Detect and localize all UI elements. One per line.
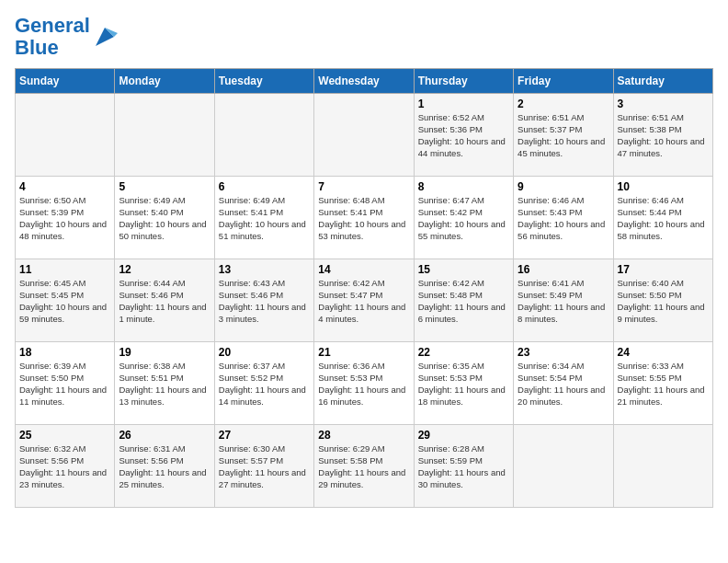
weekday-header: Thursday (414, 69, 513, 94)
day-info: Sunrise: 6:34 AM Sunset: 5:54 PM Dayligh… (518, 361, 609, 408)
day-number: 18 (19, 346, 110, 359)
day-number: 15 (418, 263, 509, 276)
day-info: Sunrise: 6:33 AM Sunset: 5:55 PM Dayligh… (618, 361, 709, 408)
logo-general: General (15, 14, 90, 37)
weekday-header: Sunday (16, 69, 115, 94)
day-info: Sunrise: 6:52 AM Sunset: 5:36 PM Dayligh… (418, 112, 509, 159)
day-number: 21 (318, 346, 409, 359)
calendar-cell (16, 94, 115, 177)
day-info: Sunrise: 6:29 AM Sunset: 5:58 PM Dayligh… (318, 443, 409, 490)
day-info: Sunrise: 6:48 AM Sunset: 5:41 PM Dayligh… (318, 195, 409, 242)
day-number: 1 (418, 98, 509, 110)
calendar-cell: 14Sunrise: 6:42 AM Sunset: 5:47 PM Dayli… (314, 259, 414, 342)
day-number: 20 (219, 346, 310, 359)
day-info: Sunrise: 6:32 AM Sunset: 5:56 PM Dayligh… (19, 443, 110, 490)
weekday-header-row: SundayMondayTuesdayWednesdayThursdayFrid… (16, 69, 713, 94)
day-number: 14 (318, 263, 409, 276)
weekday-header: Wednesday (314, 69, 414, 94)
logo-icon (92, 24, 118, 50)
day-info: Sunrise: 6:39 AM Sunset: 5:50 PM Dayligh… (19, 361, 110, 408)
day-number: 27 (219, 429, 310, 442)
day-number: 7 (318, 180, 409, 193)
day-info: Sunrise: 6:37 AM Sunset: 5:52 PM Dayligh… (219, 361, 310, 408)
day-number: 5 (119, 180, 210, 193)
calendar-week-row: 25Sunrise: 6:32 AM Sunset: 5:56 PM Dayli… (16, 425, 713, 508)
day-info: Sunrise: 6:51 AM Sunset: 5:37 PM Dayligh… (518, 112, 609, 159)
day-number: 29 (418, 429, 509, 442)
calendar-cell: 2Sunrise: 6:51 AM Sunset: 5:37 PM Daylig… (514, 94, 613, 177)
calendar-cell: 25Sunrise: 6:32 AM Sunset: 5:56 PM Dayli… (16, 425, 115, 508)
day-info: Sunrise: 6:42 AM Sunset: 5:47 PM Dayligh… (318, 278, 409, 325)
day-number: 23 (518, 346, 609, 359)
calendar-cell: 13Sunrise: 6:43 AM Sunset: 5:46 PM Dayli… (214, 259, 313, 342)
calendar-cell: 15Sunrise: 6:42 AM Sunset: 5:48 PM Dayli… (414, 259, 513, 342)
day-info: Sunrise: 6:43 AM Sunset: 5:46 PM Dayligh… (219, 278, 310, 325)
calendar-cell (115, 94, 214, 177)
calendar-table: SundayMondayTuesdayWednesdayThursdayFrid… (15, 68, 713, 508)
calendar-cell: 17Sunrise: 6:40 AM Sunset: 5:50 PM Dayli… (613, 259, 712, 342)
day-info: Sunrise: 6:49 AM Sunset: 5:40 PM Dayligh… (119, 195, 210, 242)
day-info: Sunrise: 6:30 AM Sunset: 5:57 PM Dayligh… (219, 443, 310, 490)
calendar-cell: 12Sunrise: 6:44 AM Sunset: 5:46 PM Dayli… (115, 259, 214, 342)
day-info: Sunrise: 6:44 AM Sunset: 5:46 PM Dayligh… (119, 278, 210, 325)
calendar-cell (514, 425, 613, 508)
day-number: 8 (418, 180, 509, 193)
calendar-cell: 29Sunrise: 6:28 AM Sunset: 5:59 PM Dayli… (414, 425, 513, 508)
calendar-cell: 26Sunrise: 6:31 AM Sunset: 5:56 PM Dayli… (115, 425, 214, 508)
logo-blue: Blue (15, 36, 59, 59)
calendar-cell (314, 94, 414, 177)
day-info: Sunrise: 6:51 AM Sunset: 5:38 PM Dayligh… (618, 112, 709, 159)
calendar-cell: 4Sunrise: 6:50 AM Sunset: 5:39 PM Daylig… (16, 177, 115, 259)
weekday-header: Monday (115, 69, 214, 94)
calendar-week-row: 18Sunrise: 6:39 AM Sunset: 5:50 PM Dayli… (16, 342, 713, 425)
day-number: 4 (19, 180, 110, 193)
calendar-cell: 21Sunrise: 6:36 AM Sunset: 5:53 PM Dayli… (314, 342, 414, 425)
calendar-cell: 1Sunrise: 6:52 AM Sunset: 5:36 PM Daylig… (414, 94, 513, 177)
day-info: Sunrise: 6:42 AM Sunset: 5:48 PM Dayligh… (418, 278, 509, 325)
calendar-cell: 3Sunrise: 6:51 AM Sunset: 5:38 PM Daylig… (613, 94, 712, 177)
logo: General Blue (15, 15, 118, 59)
day-info: Sunrise: 6:38 AM Sunset: 5:51 PM Dayligh… (119, 361, 210, 408)
day-number: 11 (19, 263, 110, 276)
calendar-cell: 18Sunrise: 6:39 AM Sunset: 5:50 PM Dayli… (16, 342, 115, 425)
day-number: 24 (618, 346, 709, 359)
day-info: Sunrise: 6:45 AM Sunset: 5:45 PM Dayligh… (19, 278, 110, 325)
day-number: 10 (618, 180, 709, 193)
day-number: 28 (318, 429, 409, 442)
calendar-cell: 16Sunrise: 6:41 AM Sunset: 5:49 PM Dayli… (514, 259, 613, 342)
calendar-cell: 27Sunrise: 6:30 AM Sunset: 5:57 PM Dayli… (214, 425, 313, 508)
day-info: Sunrise: 6:40 AM Sunset: 5:50 PM Dayligh… (618, 278, 709, 325)
calendar-cell: 23Sunrise: 6:34 AM Sunset: 5:54 PM Dayli… (514, 342, 613, 425)
page-header: General Blue (15, 15, 713, 59)
day-info: Sunrise: 6:35 AM Sunset: 5:53 PM Dayligh… (418, 361, 509, 408)
weekday-header: Tuesday (214, 69, 313, 94)
day-number: 9 (518, 180, 609, 193)
day-info: Sunrise: 6:49 AM Sunset: 5:41 PM Dayligh… (219, 195, 310, 242)
calendar-cell: 9Sunrise: 6:46 AM Sunset: 5:43 PM Daylig… (514, 177, 613, 259)
calendar-cell (613, 425, 712, 508)
calendar-cell: 24Sunrise: 6:33 AM Sunset: 5:55 PM Dayli… (613, 342, 712, 425)
day-number: 13 (219, 263, 310, 276)
day-number: 26 (119, 429, 210, 442)
calendar-cell: 22Sunrise: 6:35 AM Sunset: 5:53 PM Dayli… (414, 342, 513, 425)
weekday-header: Friday (514, 69, 613, 94)
day-number: 2 (518, 98, 609, 110)
logo-text: General Blue (15, 15, 90, 59)
calendar-week-row: 11Sunrise: 6:45 AM Sunset: 5:45 PM Dayli… (16, 259, 713, 342)
day-info: Sunrise: 6:46 AM Sunset: 5:43 PM Dayligh… (518, 195, 609, 242)
calendar-week-row: 1Sunrise: 6:52 AM Sunset: 5:36 PM Daylig… (16, 94, 713, 177)
day-info: Sunrise: 6:31 AM Sunset: 5:56 PM Dayligh… (119, 443, 210, 490)
calendar-cell: 5Sunrise: 6:49 AM Sunset: 5:40 PM Daylig… (115, 177, 214, 259)
day-info: Sunrise: 6:46 AM Sunset: 5:44 PM Dayligh… (618, 195, 709, 242)
day-info: Sunrise: 6:41 AM Sunset: 5:49 PM Dayligh… (518, 278, 609, 325)
day-number: 12 (119, 263, 210, 276)
day-info: Sunrise: 6:47 AM Sunset: 5:42 PM Dayligh… (418, 195, 509, 242)
calendar-cell: 7Sunrise: 6:48 AM Sunset: 5:41 PM Daylig… (314, 177, 414, 259)
calendar-cell: 11Sunrise: 6:45 AM Sunset: 5:45 PM Dayli… (16, 259, 115, 342)
day-number: 3 (618, 98, 709, 110)
weekday-header: Saturday (613, 69, 712, 94)
calendar-cell: 19Sunrise: 6:38 AM Sunset: 5:51 PM Dayli… (115, 342, 214, 425)
day-number: 22 (418, 346, 509, 359)
calendar-cell: 6Sunrise: 6:49 AM Sunset: 5:41 PM Daylig… (214, 177, 313, 259)
calendar-cell: 8Sunrise: 6:47 AM Sunset: 5:42 PM Daylig… (414, 177, 513, 259)
